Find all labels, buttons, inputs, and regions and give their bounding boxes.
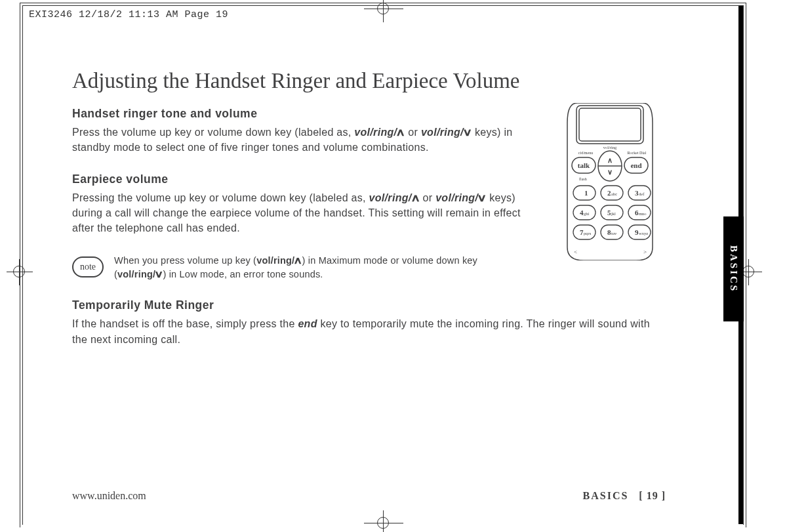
- keypad-letters: pqrs: [584, 231, 592, 235]
- text: or: [405, 127, 421, 138]
- text: Press the volume up key or volume down k…: [72, 127, 354, 138]
- keypad-letters: def: [639, 192, 645, 196]
- chevron-down-icon: ∨: [462, 125, 473, 140]
- page-footer: www.uniden.com BASICS [ 19 ]: [72, 490, 666, 502]
- vol-ring-up-label: vol/ring/: [354, 127, 397, 138]
- section-heading-ringer: Handset ringer tone and volume: [72, 107, 541, 121]
- page-content: Adjusting the Handset Ringer and Earpiec…: [72, 69, 666, 502]
- section-heading-earpiece: Earpiece volume: [72, 173, 541, 186]
- svg-rect-1: [579, 108, 641, 141]
- text: When you press volume up key (: [114, 255, 256, 266]
- vol-ring-up-label: vol/ring/: [369, 192, 412, 203]
- registration-mark-bottom: [364, 510, 403, 532]
- flash-label: flash: [579, 177, 587, 181]
- chevron-up-icon: ∧: [411, 190, 421, 205]
- footer-url: www.uniden.com: [72, 490, 146, 502]
- keypad-letters: jkl: [611, 211, 616, 216]
- handset-svg: ∧ ∨ vol/ring cid/menu Rocket Dial talk e…: [554, 103, 666, 260]
- keypad-letters: mno: [639, 211, 647, 216]
- note-badge: note: [72, 256, 104, 277]
- cid-menu-label: cid/menu: [578, 151, 593, 155]
- vol-ring-down-label: vol/ring/: [435, 192, 478, 203]
- text: Pressing the volume up key or volume dow…: [72, 192, 369, 203]
- keypad-letters: abc: [611, 192, 617, 196]
- keypad-letters: wxyz: [639, 231, 648, 235]
- angle-right-label: >: [643, 249, 647, 255]
- text: If the handset is off the base, simply p…: [72, 318, 298, 329]
- keypad-letters: tuv: [611, 231, 617, 235]
- svg-text:∨: ∨: [607, 168, 613, 176]
- svg-text:∧: ∧: [607, 156, 613, 164]
- note-callout: note When you press volume up key (vol/r…: [72, 254, 479, 281]
- keypad-letters: ghi: [584, 211, 590, 216]
- page-title: Adjusting the Handset Ringer and Earpiec…: [72, 69, 666, 92]
- end-button-label: end: [630, 161, 641, 169]
- chevron-up-icon: ∧: [395, 125, 406, 140]
- angle-left-label: <: [574, 249, 577, 255]
- chevron-down-icon: ∨: [477, 190, 487, 205]
- keypad-digit: 1: [584, 189, 588, 197]
- vol-ring-label: vol/ring: [603, 145, 617, 150]
- handset-illustration: ∧ ∨ vol/ring cid/menu Rocket Dial talk e…: [554, 103, 666, 254]
- vol-ring-up-label: vol/ring/: [256, 255, 294, 266]
- chevron-down-icon: ∨: [155, 268, 165, 281]
- chevron-up-icon: ∧: [294, 254, 304, 268]
- vol-ring-down-label: vol/ring/: [117, 269, 155, 279]
- section-body-mute: If the handset is off the base, simply p…: [72, 316, 666, 346]
- note-text: When you press volume up key (vol/ring/∧…: [114, 254, 479, 281]
- text: or: [420, 192, 435, 203]
- registration-mark-top: [364, 0, 403, 22]
- section-tab: BASICS: [723, 216, 744, 321]
- section-body-ringer: Press the volume up key or volume down k…: [72, 125, 541, 155]
- section-tab-label: BASICS: [728, 245, 739, 293]
- talk-button-label: talk: [578, 161, 590, 169]
- footer-section: BASICS: [583, 490, 629, 501]
- registration-mark-left: [7, 259, 33, 285]
- footer-page-number: [ 19 ]: [639, 490, 666, 501]
- section-body-earpiece: Pressing the volume up key or volume dow…: [72, 190, 541, 236]
- rocket-dial-label: Rocket Dial: [628, 151, 647, 155]
- prepress-header: EXI3246 12/18/2 11:13 AM Page 19: [29, 9, 228, 20]
- end-key-label: end: [298, 318, 317, 329]
- section-heading-mute: Temporarily Mute Ringer: [72, 298, 666, 312]
- text: ) in Low mode, an error tone sounds.: [163, 269, 323, 279]
- vol-ring-down-label: vol/ring/: [421, 127, 464, 138]
